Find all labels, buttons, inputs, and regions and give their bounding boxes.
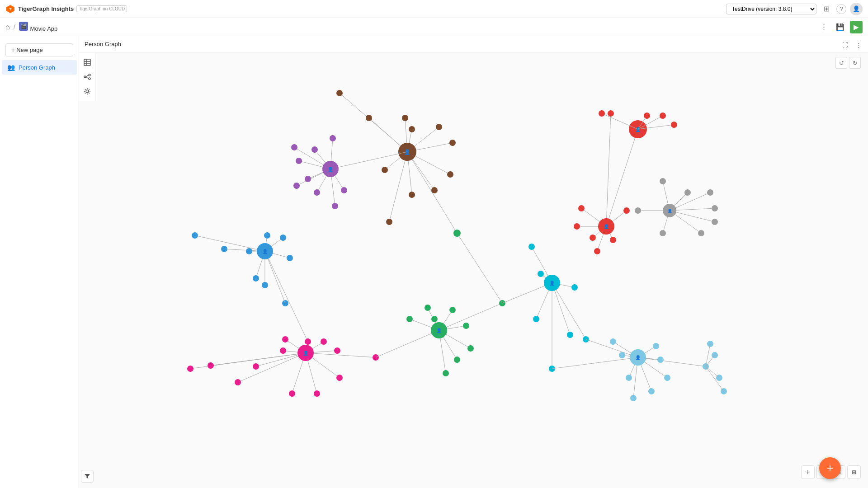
svg-point-104: [314, 390, 320, 397]
svg-point-191: [660, 230, 666, 236]
svg-line-12: [86, 77, 89, 79]
svg-point-76: [262, 282, 268, 288]
graph-more-btn[interactable]: ⋮: [853, 39, 864, 51]
svg-point-30: [409, 126, 415, 132]
svg-point-8: [84, 76, 86, 78]
svg-point-33: [447, 171, 453, 178]
svg-point-72: [264, 232, 270, 239]
save-btn[interactable]: 💾: [834, 21, 846, 33]
sidebar-item-person-graph[interactable]: 👥 Person Graph: [2, 60, 77, 75]
svg-point-101: [321, 338, 327, 345]
svg-point-95: [187, 366, 193, 372]
svg-text:👤: 👤: [436, 328, 442, 333]
help-icon-btn[interactable]: ?: [836, 4, 846, 14]
person-graph-icon: 👥: [7, 64, 15, 71]
svg-line-58: [330, 152, 407, 169]
play-btn[interactable]: ▶: [850, 21, 863, 33]
svg-point-212: [648, 388, 655, 394]
new-page-button[interactable]: + New page: [5, 43, 73, 56]
svg-point-185: [660, 178, 666, 184]
svg-point-206: [610, 338, 616, 345]
svg-point-55: [332, 203, 338, 209]
svg-line-180: [670, 208, 715, 211]
svg-point-31: [436, 124, 442, 130]
svg-text:👤: 👤: [328, 166, 334, 172]
svg-line-11: [86, 75, 89, 77]
svg-point-105: [289, 390, 295, 397]
svg-point-69: [192, 232, 198, 239]
tigergraph-logo-icon: T: [5, 4, 15, 14]
svg-point-54: [341, 187, 347, 193]
svg-point-120: [406, 316, 413, 322]
svg-point-209: [653, 343, 659, 349]
zoom-in-btn[interactable]: +: [801, 465, 815, 479]
svg-point-96: [208, 362, 214, 369]
svg-point-142: [538, 271, 544, 277]
svg-text:👤: 👤: [262, 249, 268, 254]
svg-point-36: [386, 219, 392, 225]
svg-point-102: [334, 347, 340, 354]
svg-line-203: [638, 357, 706, 366]
svg-point-13: [86, 90, 89, 93]
svg-point-210: [657, 357, 664, 363]
redo-btn[interactable]: ↻: [849, 57, 861, 69]
user-avatar[interactable]: 👤: [850, 3, 863, 15]
svg-point-127: [443, 370, 449, 376]
svg-point-208: [626, 375, 632, 381]
svg-point-98: [280, 347, 286, 354]
app-name-label: TigerGraph Insights: [18, 5, 74, 12]
svg-line-78: [265, 251, 285, 303]
more-options-btn[interactable]: ⋮: [817, 21, 830, 33]
svg-point-49: [291, 144, 297, 150]
svg-point-213: [630, 395, 637, 401]
svg-point-146: [567, 332, 573, 338]
zoom-reset-btn[interactable]: ⊞: [847, 465, 861, 479]
app-name-area: 🎬 Movie App: [19, 22, 57, 33]
add-widget-fab[interactable]: +: [819, 457, 841, 479]
svg-line-79: [265, 251, 308, 342]
svg-point-123: [449, 307, 456, 313]
svg-point-28: [402, 115, 408, 121]
grid-icon-btn[interactable]: ⊞: [820, 3, 833, 15]
svg-point-143: [571, 284, 578, 291]
svg-line-139: [552, 283, 586, 339]
svg-point-26: [336, 90, 343, 96]
fullscreen-btn[interactable]: ⛶: [839, 39, 851, 51]
layout-btn[interactable]: [81, 70, 94, 83]
svg-point-32: [449, 140, 456, 146]
svg-point-75: [253, 275, 259, 282]
svg-point-71: [246, 248, 252, 254]
svg-point-99: [282, 336, 288, 343]
app-label: Movie App: [30, 25, 58, 32]
settings-btn[interactable]: [81, 85, 94, 98]
svg-point-161: [594, 248, 600, 254]
svg-line-131: [457, 233, 502, 303]
svg-line-61: [195, 235, 265, 251]
table-view-btn[interactable]: [81, 56, 94, 69]
svg-point-70: [221, 246, 227, 252]
version-select[interactable]: TestDrive (version: 3.8.0): [726, 4, 816, 14]
svg-line-24: [389, 152, 407, 222]
svg-text:👤: 👤: [635, 127, 641, 132]
filter-btn[interactable]: [81, 470, 94, 483]
undo-btn[interactable]: ↺: [835, 57, 847, 69]
svg-point-162: [610, 237, 616, 243]
breadcrumb-separator: /: [14, 23, 15, 31]
svg-point-124: [463, 323, 469, 329]
svg-text:👤: 👤: [635, 355, 641, 361]
svg-point-172: [644, 113, 650, 119]
svg-line-118: [376, 330, 439, 357]
svg-text:👤: 👤: [604, 224, 609, 230]
svg-point-53: [330, 135, 336, 141]
svg-text:👤: 👤: [303, 350, 309, 356]
home-icon[interactable]: ⌂: [5, 23, 10, 31]
svg-point-52: [311, 146, 318, 153]
svg-point-103: [336, 375, 343, 381]
movie-app-icon: 🎬: [19, 22, 28, 31]
svg-point-141: [528, 244, 535, 250]
svg-point-126: [454, 357, 460, 363]
svg-line-156: [606, 113, 611, 226]
svg-point-160: [590, 235, 596, 241]
svg-point-163: [623, 207, 630, 214]
svg-text:👤: 👤: [667, 208, 673, 214]
